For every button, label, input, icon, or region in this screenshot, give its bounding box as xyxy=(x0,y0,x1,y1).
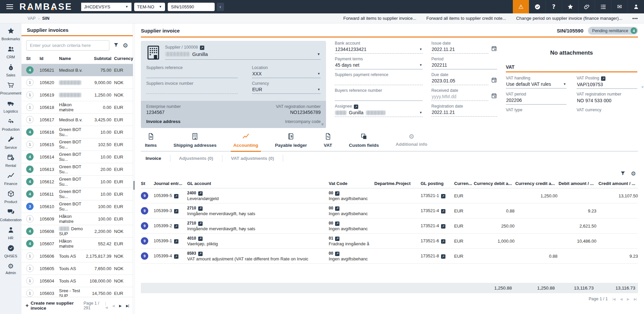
invoice-list-row[interactable]: 1105604Tools AS108,000.00NOK xyxy=(21,274,133,287)
payment-terms-field[interactable]: Payment terms45 days net▼ xyxy=(335,57,423,69)
sidebar-item-sales[interactable]: $Sales xyxy=(0,61,21,79)
expand-card-icon[interactable]: » xyxy=(320,123,325,125)
sidebar-item-qhses[interactable]: QHSES xyxy=(0,242,21,260)
tab-vat[interactable]: %VAT xyxy=(323,132,333,151)
gl-posting-link[interactable]: 173521-6 xyxy=(421,238,454,244)
calendar-icon[interactable] xyxy=(491,93,497,101)
paperclip-button[interactable] xyxy=(578,0,595,13)
tab-custom-fields[interactable]: Custom fields xyxy=(348,132,379,151)
invoice-list-row[interactable]: 1105605Tools AS7,650.00NOK xyxy=(21,262,133,274)
user-button[interactable] xyxy=(628,0,644,13)
create-supplier-invoice-button[interactable]: + Create new supplier invoice xyxy=(25,301,82,311)
gl-posting-link[interactable]: 173521-4 xyxy=(421,223,454,229)
tab-shipping-addresses[interactable]: Shipping addresses xyxy=(173,132,217,151)
calendar-icon[interactable] xyxy=(491,46,497,54)
subtab-vat-adjustments-0-[interactable]: VAT adjustments (0) xyxy=(222,155,283,162)
invoice-list-row[interactable]: 4105621Medisol B.v.75.00EUR xyxy=(21,64,133,76)
previous-page-icon[interactable]: ◀ xyxy=(112,304,114,308)
due-date-field[interactable]: Due date2023.01.05 xyxy=(431,72,497,85)
period-field[interactable]: Period202211 xyxy=(431,57,497,69)
invoice-list-row[interactable]: 4105608Demo SUP2,200.00NOK xyxy=(21,225,133,237)
journal-entry-link[interactable]: 105399-5 xyxy=(154,193,187,198)
vat-code-link[interactable]: 00 xyxy=(329,206,374,211)
suppliers-invoice-number-field[interactable]: Suppliers invoice number xyxy=(146,81,238,94)
invoice-list-row[interactable]: 4105611Green BOT Su...10.00EUR xyxy=(21,188,133,200)
bank-account-field[interactable]: Bank account123441233421▼ xyxy=(335,41,423,54)
journal-entry-link[interactable]: 105399-3 xyxy=(154,208,187,213)
collapse-section-icon[interactable]: » xyxy=(640,86,644,88)
gl-account-link[interactable]: 2400 xyxy=(187,191,329,196)
hamburger-menu-icon[interactable] xyxy=(0,0,19,13)
vat-type-field[interactable]: VAT type xyxy=(506,108,567,120)
sidebar-item-hr[interactable]: HR xyxy=(0,224,21,242)
sidebar-item-collaboration[interactable]: Collaboration xyxy=(0,206,21,224)
invoice-list-row[interactable]: 11056209,000.00NOK xyxy=(21,76,133,88)
gl-posting-link[interactable]: 173521-8 xyxy=(421,253,454,259)
currency-field[interactable]: CurrencyEUR▼ xyxy=(252,81,321,94)
invoice-list-row[interactable]: 1105618Håkon mølstre0.00EUR xyxy=(21,101,133,113)
invoice-list-row[interactable]: 1105609Håkon mølstre100.00EUR xyxy=(21,212,133,225)
vat-code-link[interactable]: 00 xyxy=(329,251,374,256)
vat-code-link[interactable]: 01 xyxy=(329,236,374,241)
next-page-icon[interactable]: ▶ xyxy=(627,297,629,301)
star-button[interactable] xyxy=(562,0,578,13)
open-supplier-link-icon[interactable] xyxy=(200,46,204,50)
suppliers-reference-field[interactable]: Suppliers reference xyxy=(146,65,238,78)
panel-resize-handle[interactable] xyxy=(133,23,135,314)
vat-posting-field[interactable]: VAT PostingVAP/109753 xyxy=(577,76,637,89)
journal-entry-link[interactable]: 105399-1 xyxy=(154,238,187,244)
assignee-field[interactable]: AssigneeGunilla▼ xyxy=(335,104,423,117)
buyers-reference-number-field[interactable]: Buyers reference number xyxy=(335,88,423,101)
search-input[interactable] xyxy=(26,40,109,51)
calendar-icon[interactable] xyxy=(491,77,497,85)
registration-date-field[interactable]: Registration date2022.11.21 xyxy=(431,104,497,117)
gl-posting-link[interactable]: 173521-1 xyxy=(421,193,454,198)
invoice-list-row[interactable]: 1105603Sree - Test SUP14,750.00EUR xyxy=(21,287,133,297)
gl-account-link[interactable]: 4010 xyxy=(187,236,329,241)
subtab-invoice[interactable]: Invoice xyxy=(141,155,170,162)
vat-registration-number-field[interactable]: VAT registration numberNO 974 533 000 xyxy=(577,92,637,105)
invoice-list-row[interactable]: 4105613Green BOT Su...20.00EUR xyxy=(21,163,133,175)
gl-account-link[interactable]: 8593 xyxy=(187,251,329,256)
invoice-list-row[interactable]: 4105612Green BOT Su...10.00EUR xyxy=(21,175,133,188)
sidebar-item-admin[interactable]: ⚙Admin xyxy=(0,260,21,277)
first-page-icon[interactable]: |◀ xyxy=(612,297,615,301)
vat-handling-field[interactable]: VAT handlingUse default VAT rules▼ xyxy=(506,76,567,89)
journal-entry-link[interactable]: 105399-4 xyxy=(154,253,187,259)
help-button[interactable]: ? xyxy=(545,0,562,13)
next-page-icon[interactable]: ▶ xyxy=(119,304,121,308)
global-search-input[interactable]: SIN/105590 xyxy=(168,3,215,11)
last-page-icon[interactable]: ▶| xyxy=(634,297,637,301)
suppliers-payment-reference-field[interactable]: Suppliers payment reference xyxy=(335,72,423,85)
collapse-search-button[interactable]: ‹ xyxy=(217,3,224,11)
received-date-field[interactable]: Received dateyyyy.MM.dd xyxy=(431,88,497,101)
sidebar-item-production[interactable]: Production xyxy=(0,115,21,133)
tab-additional-info[interactable]: ⚙Additional info xyxy=(395,132,428,151)
breadcrumb-parent[interactable]: VAP xyxy=(28,16,36,21)
system-select[interactable]: JHCDEVSYS ▼ xyxy=(81,3,131,11)
gl-posting-link[interactable]: 173521-4 xyxy=(421,208,454,213)
gl-account-link[interactable]: 2710 xyxy=(187,206,329,211)
alert-button[interactable]: ⚠ xyxy=(513,0,529,13)
list-button[interactable] xyxy=(595,0,611,13)
vat-code-link[interactable]: 00 xyxy=(329,221,374,226)
open-link-icon[interactable] xyxy=(354,105,358,109)
sidebar-item-crm[interactable]: CRM xyxy=(0,43,21,61)
last-page-icon[interactable]: ▶| xyxy=(126,304,129,308)
gl-account-link[interactable]: 2710 xyxy=(187,221,329,226)
tab-items[interactable]: Items xyxy=(144,132,157,151)
tab-accounting[interactable]: Accounting xyxy=(233,132,259,151)
vat-currency-field[interactable]: VAT currency xyxy=(577,108,637,120)
mail-button[interactable]: ✉ xyxy=(611,0,628,13)
sidebar-item-service[interactable]: Service xyxy=(0,133,21,151)
sidebar-item-product[interactable]: Product xyxy=(0,188,21,206)
vat-code-link[interactable]: 00 xyxy=(329,191,374,196)
invoice-list-row[interactable]: 3105610Green BOT Su...100.00EUR xyxy=(21,200,133,212)
location-field[interactable]: LocationXXX▼ xyxy=(252,65,321,78)
sidebar-item-bookmarks[interactable]: Bookmarks xyxy=(0,25,21,43)
invoice-list-row[interactable]: 1105617Medisol B.v.3,425.00EUR xyxy=(21,113,133,126)
invoice-list-row[interactable]: 1105615Green BOT Su...102.50EUR xyxy=(21,138,133,150)
invoice-list-row[interactable]: 4105607Håkon mølstre552.42EUR xyxy=(21,237,133,250)
action-link-0[interactable]: Forward all items to supplier invoice... xyxy=(343,16,416,21)
gear-icon[interactable]: ⚙ xyxy=(123,42,128,49)
